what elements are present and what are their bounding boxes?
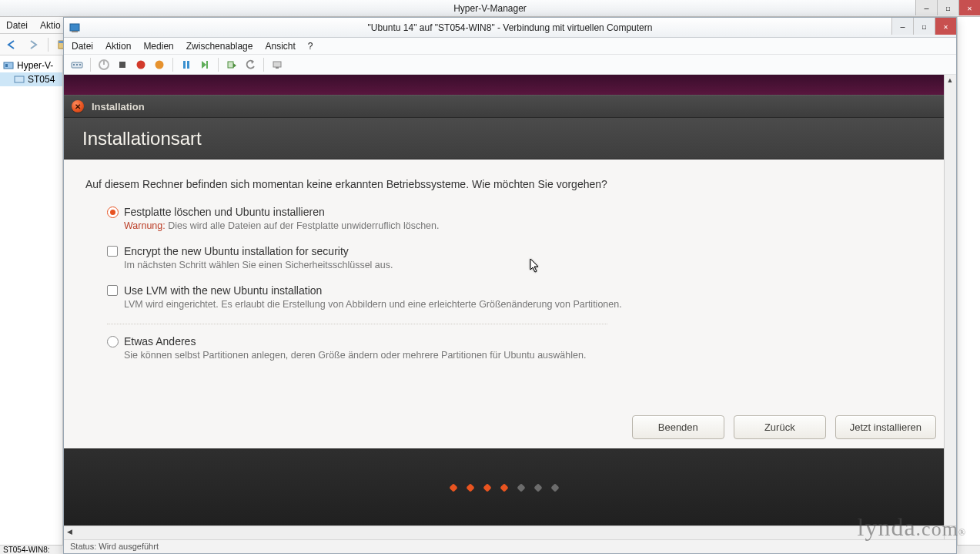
option-other-label: Etwas Anderes — [124, 335, 586, 348]
svg-rect-19 — [183, 61, 186, 69]
svg-rect-20 — [187, 61, 189, 69]
vmc-menu-help[interactable]: ? — [308, 41, 313, 52]
tb-pause-icon[interactable] — [178, 56, 195, 73]
svg-rect-22 — [206, 61, 208, 69]
vm-vertical-scrollbar[interactable]: ▲ — [944, 75, 956, 525]
vm-horizontal-scrollbar[interactable]: ◀ — [64, 525, 944, 539]
back-button[interactable]: Zurück — [734, 415, 826, 439]
option-encrypt-desc: Im nächsten Schritt wählen Sie einen Sic… — [124, 260, 393, 270]
vmc-menu-media[interactable]: Medien — [143, 41, 173, 52]
tb-ctrl-alt-del-icon[interactable] — [69, 56, 85, 73]
progress-dot-5 — [517, 483, 525, 492]
hyperv-close-button[interactable]: ✕ — [958, 0, 980, 15]
vmconnect-window: "Ubuntu 14" auf "ST054-WIN8" - Verbindun… — [63, 17, 957, 554]
option-erase-warn-text: Dies wird alle Dateien auf der Festplatt… — [166, 220, 440, 231]
hyperv-right-pane-sliver — [957, 17, 980, 545]
vmc-menu-view[interactable]: Ansicht — [265, 41, 295, 52]
quit-button[interactable]: Beenden — [632, 415, 724, 439]
checkbox-lvm[interactable] — [107, 285, 118, 296]
vmconnect-minimize-button[interactable]: — — [891, 18, 913, 35]
watermark-reg: ® — [958, 527, 966, 539]
nav-back-icon[interactable] — [3, 36, 20, 53]
installer-heading-bar: Installationsart — [64, 118, 956, 159]
progress-dots — [450, 485, 558, 491]
svg-rect-11 — [73, 64, 75, 65]
radio-something-else[interactable] — [107, 336, 119, 348]
option-encrypt[interactable]: Encrypt the new Ubuntu installation for … — [107, 245, 922, 270]
option-lvm-desc: LVM wird eingerichtet. Es erlaubt die Er… — [124, 299, 622, 310]
hyperv-menu-file[interactable]: Datei — [6, 20, 28, 31]
option-divider — [107, 324, 607, 324]
installer-progress-footer — [64, 448, 944, 525]
option-lvm-label: Use LVM with the new Ubuntu installation — [124, 284, 622, 297]
hyperv-titlebar: Hyper-V-Manager — ☐ ✕ — [0, 0, 980, 17]
vmc-menu-clipboard[interactable]: Zwischenablage — [186, 41, 253, 52]
scroll-left-icon[interactable]: ◀ — [64, 526, 75, 537]
tb-start-icon[interactable] — [95, 56, 112, 73]
tb-checkpoint-icon[interactable] — [223, 56, 240, 73]
option-erase-disk[interactable]: Festplatte löschen und Ubuntu installier… — [107, 206, 922, 231]
vmconnect-title: "Ubuntu 14" auf "ST054-WIN8" - Verbindun… — [368, 22, 653, 33]
option-encrypt-label: Encrypt the new Ubuntu installation for … — [124, 245, 393, 257]
vmconnect-close-button[interactable]: ✕ — [935, 18, 956, 35]
svg-rect-26 — [273, 62, 281, 67]
tb-enhanced-icon[interactable] — [269, 56, 286, 73]
svg-marker-21 — [202, 61, 206, 69]
vmconnect-app-icon — [69, 22, 81, 34]
svg-rect-7 — [15, 76, 24, 82]
vmc-menu-file[interactable]: Datei — [72, 41, 93, 52]
hyperv-minimize-button[interactable]: — — [915, 0, 937, 15]
vmconnect-statusbar: Status: Wird ausgeführt — [64, 539, 956, 553]
option-erase-warn-prefix: Warnung: — [124, 220, 166, 231]
host-icon — [14, 74, 25, 85]
watermark: lynda.com® — [858, 513, 966, 542]
checkbox-encrypt[interactable] — [107, 246, 118, 257]
tb-save-icon[interactable] — [151, 56, 168, 73]
nav-forward-icon[interactable] — [25, 36, 42, 53]
progress-dot-7 — [550, 483, 559, 492]
tb-shutdown-icon[interactable] — [132, 56, 149, 73]
installer-button-row: Beenden Zurück Jetzt installieren — [632, 415, 936, 439]
tb-sep-3 — [218, 58, 219, 72]
progress-dot-1 — [449, 483, 457, 492]
installer-close-icon[interactable]: ✕ — [72, 100, 84, 112]
svg-rect-9 — [72, 31, 78, 32]
installer-body: Auf diesem Rechner befinden sich momenta… — [64, 159, 944, 448]
installer-titlebar[interactable]: ✕ Installation — [64, 95, 956, 118]
svg-rect-23 — [228, 62, 233, 68]
option-lvm[interactable]: Use LVM with the new Ubuntu installation… — [107, 284, 922, 310]
option-something-else[interactable]: Etwas Anderes Sie können selbst Partitio… — [107, 335, 922, 361]
install-now-button[interactable]: Jetzt installieren — [835, 415, 936, 439]
vmconnect-maximize-button[interactable]: ☐ — [913, 18, 935, 35]
tb-sep-4 — [263, 58, 264, 72]
tb-turnoff-icon[interactable] — [114, 56, 131, 73]
installer-window-label: Installation — [92, 101, 145, 112]
tree-root-label: Hyper-V- — [17, 60, 53, 71]
hyperv-menu-action[interactable]: Aktio — [40, 20, 61, 31]
hyperv-status-text: ST054-WIN8: — [3, 546, 50, 554]
progress-dot-4 — [500, 483, 508, 492]
tree-host[interactable]: ST054 — [0, 72, 62, 86]
svg-rect-5 — [4, 62, 13, 69]
tb-reset-icon[interactable] — [196, 56, 213, 73]
vmconnect-toolbar — [64, 55, 956, 75]
option-other-desc: Sie können selbst Partitionen anlegen, d… — [124, 350, 586, 361]
hyperv-maximize-button[interactable]: ☐ — [937, 0, 958, 15]
tree-host-label: ST054 — [28, 74, 55, 85]
nav-separator — [48, 38, 48, 52]
hyperv-tree: Hyper-V- ST054 — [0, 55, 63, 545]
scroll-up-icon[interactable]: ▲ — [945, 75, 955, 86]
radio-erase-disk[interactable] — [107, 206, 119, 218]
watermark-brand: lynda — [858, 513, 916, 542]
svg-rect-16 — [119, 62, 125, 68]
svg-rect-27 — [276, 67, 279, 69]
svg-rect-12 — [76, 64, 78, 65]
server-icon — [3, 60, 14, 71]
svg-rect-6 — [5, 64, 8, 67]
vm-display[interactable]: ✕ Installation Installationsart Auf dies… — [64, 75, 956, 539]
tree-root[interactable]: Hyper-V- — [0, 59, 62, 72]
vmconnect-status-text: Status: Wird ausgeführt — [70, 542, 159, 551]
watermark-suffix: .com — [916, 518, 958, 541]
vmc-menu-action[interactable]: Aktion — [105, 41, 131, 52]
tb-revert-icon[interactable] — [242, 56, 259, 73]
